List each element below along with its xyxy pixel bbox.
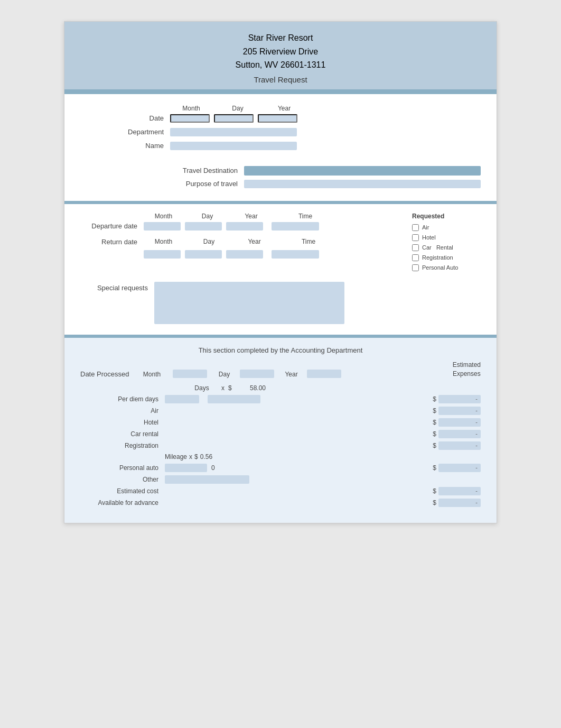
requested-block: Requested Air Hotel Car Rental Registrat… [407,213,481,274]
other-input[interactable] [165,475,249,484]
dep-time-header: Time [282,213,329,220]
hotel-expense-row: Hotel $ - [80,418,481,427]
x-symbol: x [218,384,228,392]
return-inputs-row [144,250,407,259]
departure-year[interactable] [226,222,263,231]
date-row: Date [80,114,481,123]
return-label: Return date [80,238,144,246]
other-label: Other [80,476,165,483]
mileage-rate: 0.56 [200,453,212,460]
checkbox-hotel[interactable] [412,234,419,241]
departure-time[interactable] [272,222,319,231]
travel-dates-section: Month Day Year Time Departure date Retur… [64,204,497,280]
purpose-label: Purpose of travel [80,180,244,188]
per-diem-days-input[interactable] [165,395,199,403]
dp-year-input[interactable] [307,370,341,378]
personal-auto-label: Personal auto [80,464,165,472]
return-year[interactable] [226,250,263,259]
date-month-input[interactable] [170,114,210,123]
personal-auto-expense-row: Personal auto 0 $ - [80,464,481,472]
departure-month[interactable] [144,222,181,231]
travel-request-form: Star River Resort 205 Riverview Drive Su… [64,21,497,523]
accounting-header: This section completed by the Accounting… [80,346,481,354]
checkbox-air-label: Air [422,224,429,231]
date-year-input[interactable] [258,114,297,123]
mileage-header-row: Mileage x $ 0.56 [80,453,481,460]
col-year-header: Year [263,105,305,112]
form-header: Star River Resort 205 Riverview Drive Su… [64,22,497,91]
car-rental-label: Car rental [80,430,165,438]
dp-col-month: Month [134,371,171,378]
checkbox-registration-row: Registration [412,254,481,261]
hotel-expense-label: Hotel [80,419,165,426]
per-diem-label: Per diem days [80,395,165,403]
name-row: Name [80,142,481,150]
dp-day-input[interactable] [240,370,274,378]
special-label: Special requests [80,282,154,292]
destination-row: Travel Destination [80,166,481,176]
form-title: Travel Request [75,75,486,84]
checkbox-personal-auto[interactable] [412,264,419,271]
dp-month-input[interactable] [173,370,207,378]
car-rental-expense-row: Car rental $ - [80,430,481,438]
estimated-cost-row: Estimated cost $ - [80,487,481,495]
return-row: Return date Month Day Year Time [80,238,407,246]
checkbox-hotel-row: Hotel [412,234,481,241]
dp-col-day: Day [211,371,238,378]
checkbox-hotel-label: Hotel [422,234,436,241]
dep-col-day: Day [188,213,227,220]
checkbox-car-label: Car Rental [422,244,453,251]
checkbox-car-row: Car Rental [412,244,481,251]
col-month-header: Month [170,105,212,112]
departure-label: Departure date [80,222,144,230]
per-diem-row: Per diem days $ - [80,395,481,403]
checkbox-registration[interactable] [412,254,419,261]
departure-day[interactable] [185,222,222,231]
available-advance-label: Available for advance [80,499,165,506]
purpose-row: Purpose of travel [80,180,481,188]
dollar-sign: $ [228,384,237,392]
checkbox-registration-label: Registration [422,254,453,261]
date-processed-row: Date Processed Month Day Year EstimatedE… [80,361,481,379]
col-day-header: Day [217,105,259,112]
return-time[interactable] [272,250,319,259]
available-advance-row: Available for advance $ - [80,499,481,507]
checkbox-air-row: Air [412,224,481,231]
estimated-cost-label: Estimated cost [80,487,165,495]
air-expense-row: Air $ - [80,407,481,415]
ret-col-month: Month [144,238,183,245]
name-input[interactable] [170,142,297,150]
dep-col-month: Month [144,213,183,220]
days-label: Days [186,384,218,392]
purpose-input[interactable] [244,180,481,188]
name-label: Name [80,142,170,150]
checkbox-air[interactable] [412,224,419,231]
dp-col-year: Year [278,371,305,378]
checkbox-car[interactable] [412,244,419,251]
destination-section: Travel Destination Purpose of travel [64,166,497,201]
ret-time-header: Time [285,238,332,245]
mileage-dollar: $ [194,453,198,460]
special-requests-section: Special requests [64,280,497,335]
department-input[interactable] [170,128,297,136]
company-address1: 205 Riverview Drive [75,45,486,59]
air-expense-label: Air [80,407,165,414]
date-day-input[interactable] [214,114,254,123]
per-diem-calc-input[interactable] [208,395,260,403]
date-label: Date [80,114,170,122]
personal-auto-mileage-input[interactable] [165,464,207,472]
destination-label: Travel Destination [80,167,244,174]
registration-expense-label: Registration [80,442,165,449]
return-day[interactable] [185,250,222,259]
other-expense-row: Other [80,475,481,484]
return-month[interactable] [144,250,181,259]
per-diem-rate: 58.00 [237,384,266,392]
basic-info-section: Month Day Year Date Department Name [64,94,497,166]
destination-input[interactable] [244,166,481,176]
special-requests-input[interactable] [154,282,344,324]
registration-expense-row: Registration $ - [80,441,481,450]
mileage-x: x [189,453,192,460]
ret-col-year: Year [235,238,274,245]
mileage-value-display: 0 [211,464,215,472]
dates-left: Month Day Year Time Departure date Retur… [80,213,407,263]
